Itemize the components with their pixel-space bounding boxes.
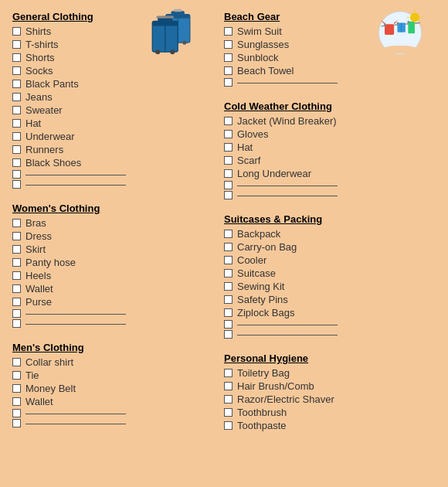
luggage-icon <box>147 8 201 58</box>
checkbox[interactable] <box>12 145 21 154</box>
checkbox[interactable] <box>224 117 232 125</box>
list-item: Skirt <box>12 244 216 255</box>
checkbox[interactable] <box>12 232 21 240</box>
list-item: Toothbrush <box>224 407 428 418</box>
checkbox[interactable] <box>12 93 21 101</box>
checkbox[interactable] <box>224 369 232 377</box>
list-item: Black Shoes <box>12 157 216 169</box>
checkbox[interactable] <box>224 66 232 75</box>
beach-icon <box>375 8 425 58</box>
svg-point-22 <box>410 13 419 22</box>
checkbox[interactable] <box>224 282 232 291</box>
checkbox[interactable] <box>12 170 21 179</box>
list-item: Collar shirt <box>12 356 216 368</box>
checkbox[interactable] <box>12 309 21 318</box>
list-item: Razor/Electric Shaver <box>224 393 428 405</box>
checkbox[interactable] <box>12 358 21 366</box>
svg-rect-6 <box>174 9 182 12</box>
list-item: Wallet <box>12 283 216 295</box>
checkbox[interactable] <box>224 408 232 417</box>
list-item: Underwear <box>12 131 216 142</box>
list-item: Purse <box>12 296 216 308</box>
checkbox[interactable] <box>12 245 21 254</box>
blank-line <box>12 319 216 328</box>
list-item: Socks <box>12 65 216 77</box>
checkbox[interactable] <box>12 409 21 417</box>
checkbox[interactable] <box>12 80 21 88</box>
checkbox[interactable] <box>12 219 21 227</box>
list-item: Hat <box>224 141 428 153</box>
checkbox[interactable] <box>224 156 232 165</box>
checkbox[interactable] <box>224 53 232 62</box>
checkbox[interactable] <box>224 230 232 238</box>
checkbox[interactable] <box>224 27 232 36</box>
checkbox[interactable] <box>12 298 21 306</box>
checkbox[interactable] <box>12 119 21 128</box>
checkbox[interactable] <box>224 295 232 304</box>
checkbox[interactable] <box>224 308 232 317</box>
list-item: Runners <box>12 144 216 155</box>
checkbox[interactable] <box>12 384 21 393</box>
list-item: Carry-on Bag <box>224 241 428 253</box>
cold-weather-title: Cold Weather Clothing <box>224 100 428 112</box>
svg-rect-13 <box>156 15 174 18</box>
checkbox[interactable] <box>12 271 21 280</box>
checkbox[interactable] <box>224 256 232 264</box>
checkbox[interactable] <box>12 158 21 167</box>
checkbox[interactable] <box>224 421 232 430</box>
checkbox[interactable] <box>12 132 21 141</box>
blank-line <box>224 78 428 87</box>
list-item: Long Underwear <box>224 168 428 179</box>
womens-clothing-section: Women's Clothing Bras Dress Skirt Panty … <box>12 203 216 328</box>
checkbox[interactable] <box>224 78 232 87</box>
list-item: Suitcase <box>224 267 428 279</box>
svg-point-11 <box>155 49 160 54</box>
checkbox[interactable] <box>224 320 232 329</box>
checkbox[interactable] <box>224 130 232 138</box>
checkbox[interactable] <box>12 180 21 189</box>
personal-hygiene-title: Personal Hygiene <box>224 352 428 364</box>
checkbox[interactable] <box>12 66 21 75</box>
checkbox[interactable] <box>224 143 232 152</box>
checkbox[interactable] <box>224 395 232 404</box>
list-item: Scarf <box>224 155 428 166</box>
svg-point-5 <box>182 40 186 44</box>
list-item: Heels <box>12 270 216 281</box>
cold-weather-section: Cold Weather Clothing Jacket (Wind Break… <box>224 100 428 199</box>
blank-line <box>12 309 216 318</box>
checkbox[interactable] <box>224 382 232 390</box>
mens-clothing-title: Men's Clothing <box>12 342 216 353</box>
womens-clothing-title: Women's Clothing <box>12 203 216 214</box>
checkbox[interactable] <box>12 106 21 114</box>
checkbox[interactable] <box>12 258 21 267</box>
list-item: Bras <box>12 217 216 229</box>
blank-line <box>12 180 216 189</box>
checkbox[interactable] <box>12 397 21 406</box>
list-item: Safety Pins <box>224 294 428 305</box>
beach-gear-section: Beach Gear Swim Suit Sunglasses Sunblock… <box>224 11 428 87</box>
checkbox[interactable] <box>12 27 21 36</box>
list-item: Wallet <box>12 396 216 407</box>
checkbox[interactable] <box>12 319 21 328</box>
checkbox[interactable] <box>224 330 232 339</box>
checkbox[interactable] <box>224 269 232 278</box>
suitcases-title: Suitcases & Packing <box>224 213 428 225</box>
checkbox[interactable] <box>12 371 21 380</box>
checkbox[interactable] <box>12 53 21 62</box>
checkbox[interactable] <box>12 40 21 49</box>
checkbox[interactable] <box>224 191 232 199</box>
checkbox[interactable] <box>224 243 232 251</box>
checkbox[interactable] <box>12 419 21 427</box>
svg-rect-28 <box>397 22 399 25</box>
checkbox[interactable] <box>12 284 21 293</box>
svg-rect-16 <box>385 24 394 35</box>
svg-point-30 <box>382 46 419 53</box>
svg-rect-29 <box>407 21 409 23</box>
list-item: Cooler <box>224 254 428 266</box>
list-item: Backpack <box>224 228 428 240</box>
svg-rect-27 <box>384 23 386 26</box>
checkbox[interactable] <box>224 40 232 49</box>
checkbox[interactable] <box>224 181 232 189</box>
checkbox[interactable] <box>224 169 232 178</box>
general-clothing-section: General Clothing Shirts T-shirts Shorts … <box>12 11 216 189</box>
